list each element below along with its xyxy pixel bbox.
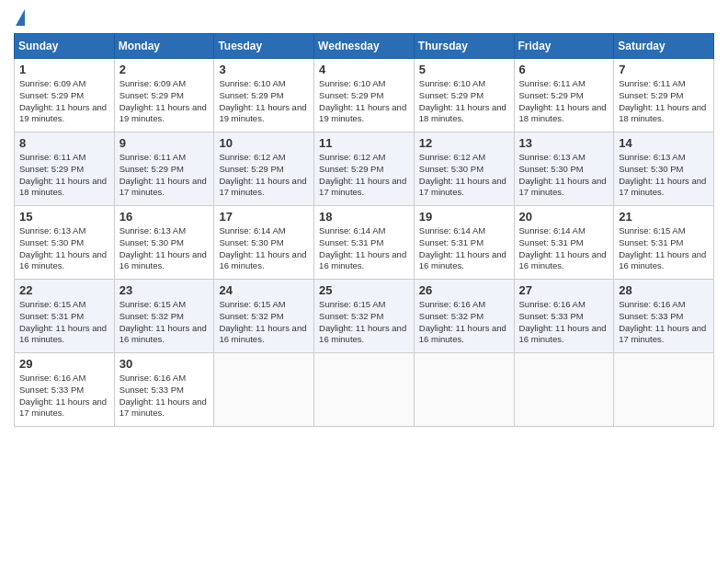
calendar-cell: 8Sunrise: 6:11 AMSunset: 5:29 PMDaylight…	[15, 132, 115, 206]
day-info: Sunrise: 6:11 AMSunset: 5:29 PMDaylight:…	[19, 152, 109, 199]
day-info: Sunrise: 6:11 AMSunset: 5:29 PMDaylight:…	[519, 78, 609, 125]
calendar-cell: 25Sunrise: 6:15 AMSunset: 5:32 PMDayligh…	[314, 280, 415, 353]
calendar-cell: 19Sunrise: 6:14 AMSunset: 5:31 PMDayligh…	[414, 206, 514, 280]
calendar-cell: 20Sunrise: 6:14 AMSunset: 5:31 PMDayligh…	[514, 206, 614, 280]
calendar-cell: 22Sunrise: 6:15 AMSunset: 5:31 PMDayligh…	[15, 280, 115, 353]
day-number: 13	[519, 136, 609, 150]
day-info: Sunrise: 6:16 AMSunset: 5:33 PMDaylight:…	[619, 299, 709, 346]
day-info: Sunrise: 6:10 AMSunset: 5:29 PMDaylight:…	[219, 78, 309, 125]
day-number: 10	[219, 136, 309, 150]
day-number: 7	[619, 63, 709, 76]
day-number: 1	[19, 63, 109, 76]
calendar-cell: 15Sunrise: 6:13 AMSunset: 5:30 PMDayligh…	[15, 206, 115, 280]
calendar-cell: 24Sunrise: 6:15 AMSunset: 5:32 PMDayligh…	[214, 280, 314, 353]
day-info: Sunrise: 6:16 AMSunset: 5:33 PMDaylight:…	[19, 373, 109, 419]
day-info: Sunrise: 6:14 AMSunset: 5:31 PMDaylight:…	[419, 225, 509, 272]
day-header-sunday: Sunday	[15, 34, 115, 59]
day-info: Sunrise: 6:09 AMSunset: 5:29 PMDaylight:…	[119, 78, 210, 125]
day-header-friday: Friday	[514, 34, 614, 59]
day-info: Sunrise: 6:13 AMSunset: 5:30 PMDaylight:…	[119, 225, 210, 272]
day-header-monday: Monday	[114, 34, 214, 59]
day-number: 8	[19, 136, 109, 150]
calendar-week-row: 29Sunrise: 6:16 AMSunset: 5:33 PMDayligh…	[15, 353, 714, 427]
calendar-cell: 27Sunrise: 6:16 AMSunset: 5:33 PMDayligh…	[514, 280, 614, 353]
day-number: 14	[619, 136, 709, 150]
day-info: Sunrise: 6:12 AMSunset: 5:29 PMDaylight:…	[319, 152, 409, 199]
calendar-cell: 23Sunrise: 6:15 AMSunset: 5:32 PMDayligh…	[114, 280, 214, 353]
calendar-cell: 29Sunrise: 6:16 AMSunset: 5:33 PMDayligh…	[15, 353, 115, 427]
calendar-cell: 10Sunrise: 6:12 AMSunset: 5:29 PMDayligh…	[214, 132, 314, 206]
day-number: 23	[119, 283, 210, 297]
day-number: 27	[519, 283, 609, 297]
day-info: Sunrise: 6:12 AMSunset: 5:30 PMDaylight:…	[419, 152, 509, 199]
calendar-cell: 7Sunrise: 6:11 AMSunset: 5:29 PMDaylight…	[614, 59, 714, 132]
day-info: Sunrise: 6:11 AMSunset: 5:29 PMDaylight:…	[119, 152, 210, 199]
day-info: Sunrise: 6:16 AMSunset: 5:33 PMDaylight:…	[519, 299, 609, 346]
day-info: Sunrise: 6:13 AMSunset: 5:30 PMDaylight:…	[19, 225, 109, 272]
header	[14, 9, 714, 28]
day-number: 2	[119, 63, 210, 76]
day-number: 22	[19, 283, 109, 297]
day-info: Sunrise: 6:15 AMSunset: 5:32 PMDaylight:…	[319, 299, 409, 346]
calendar-cell: 11Sunrise: 6:12 AMSunset: 5:29 PMDayligh…	[314, 132, 415, 206]
day-info: Sunrise: 6:15 AMSunset: 5:32 PMDaylight:…	[119, 299, 210, 346]
calendar-week-row: 8Sunrise: 6:11 AMSunset: 5:29 PMDaylight…	[15, 132, 714, 206]
calendar-cell: 6Sunrise: 6:11 AMSunset: 5:29 PMDaylight…	[514, 59, 614, 132]
calendar-cell	[514, 353, 614, 427]
calendar-cell: 17Sunrise: 6:14 AMSunset: 5:30 PMDayligh…	[214, 206, 314, 280]
day-number: 9	[119, 136, 210, 150]
calendar-cell: 2Sunrise: 6:09 AMSunset: 5:29 PMDaylight…	[114, 59, 214, 132]
day-number: 4	[319, 63, 409, 76]
day-info: Sunrise: 6:15 AMSunset: 5:32 PMDaylight:…	[219, 299, 309, 346]
day-number: 20	[519, 210, 609, 224]
day-header-tuesday: Tuesday	[214, 34, 314, 59]
calendar-cell	[214, 353, 314, 427]
day-number: 18	[319, 210, 409, 224]
day-number: 21	[619, 210, 709, 224]
day-number: 12	[419, 136, 509, 150]
day-info: Sunrise: 6:11 AMSunset: 5:29 PMDaylight:…	[619, 78, 709, 125]
calendar-cell: 14Sunrise: 6:13 AMSunset: 5:30 PMDayligh…	[614, 132, 714, 206]
day-info: Sunrise: 6:12 AMSunset: 5:29 PMDaylight:…	[219, 152, 309, 199]
day-info: Sunrise: 6:14 AMSunset: 5:30 PMDaylight:…	[219, 225, 309, 272]
day-number: 11	[319, 136, 409, 150]
calendar-cell: 30Sunrise: 6:16 AMSunset: 5:33 PMDayligh…	[114, 353, 214, 427]
calendar-week-row: 15Sunrise: 6:13 AMSunset: 5:30 PMDayligh…	[15, 206, 714, 280]
calendar-cell	[414, 353, 514, 427]
day-number: 17	[219, 210, 309, 224]
day-number: 26	[419, 283, 509, 297]
calendar-week-row: 1Sunrise: 6:09 AMSunset: 5:29 PMDaylight…	[15, 59, 714, 132]
day-info: Sunrise: 6:10 AMSunset: 5:29 PMDaylight:…	[319, 78, 409, 125]
day-info: Sunrise: 6:13 AMSunset: 5:30 PMDaylight:…	[519, 152, 609, 199]
logo	[14, 9, 25, 28]
calendar-cell: 26Sunrise: 6:16 AMSunset: 5:32 PMDayligh…	[414, 280, 514, 353]
day-number: 16	[119, 210, 210, 224]
day-number: 24	[219, 283, 309, 297]
calendar-cell: 21Sunrise: 6:15 AMSunset: 5:31 PMDayligh…	[614, 206, 714, 280]
calendar-cell: 28Sunrise: 6:16 AMSunset: 5:33 PMDayligh…	[614, 280, 714, 353]
logo-triangle-icon	[16, 9, 25, 26]
day-info: Sunrise: 6:15 AMSunset: 5:31 PMDaylight:…	[619, 225, 709, 272]
day-info: Sunrise: 6:16 AMSunset: 5:33 PMDaylight:…	[119, 373, 210, 419]
calendar-cell: 13Sunrise: 6:13 AMSunset: 5:30 PMDayligh…	[514, 132, 614, 206]
day-header-wednesday: Wednesday	[314, 34, 415, 59]
day-info: Sunrise: 6:09 AMSunset: 5:29 PMDaylight:…	[19, 78, 109, 125]
day-info: Sunrise: 6:16 AMSunset: 5:32 PMDaylight:…	[419, 299, 509, 346]
calendar-header-row: SundayMondayTuesdayWednesdayThursdayFrid…	[15, 34, 714, 59]
day-number: 25	[319, 283, 409, 297]
calendar-cell: 18Sunrise: 6:14 AMSunset: 5:31 PMDayligh…	[314, 206, 415, 280]
calendar-cell: 9Sunrise: 6:11 AMSunset: 5:29 PMDaylight…	[114, 132, 214, 206]
calendar-week-row: 22Sunrise: 6:15 AMSunset: 5:31 PMDayligh…	[15, 280, 714, 353]
calendar-cell: 5Sunrise: 6:10 AMSunset: 5:29 PMDaylight…	[414, 59, 514, 132]
day-number: 29	[19, 357, 109, 371]
day-number: 6	[519, 63, 609, 76]
day-number: 3	[219, 63, 309, 76]
calendar-cell: 12Sunrise: 6:12 AMSunset: 5:30 PMDayligh…	[414, 132, 514, 206]
day-number: 30	[119, 357, 210, 371]
calendar-cell	[614, 353, 714, 427]
calendar-cell: 4Sunrise: 6:10 AMSunset: 5:29 PMDaylight…	[314, 59, 415, 132]
day-number: 5	[419, 63, 509, 76]
calendar-cell: 1Sunrise: 6:09 AMSunset: 5:29 PMDaylight…	[15, 59, 115, 132]
calendar-table: SundayMondayTuesdayWednesdayThursdayFrid…	[14, 33, 714, 427]
day-number: 28	[619, 283, 709, 297]
